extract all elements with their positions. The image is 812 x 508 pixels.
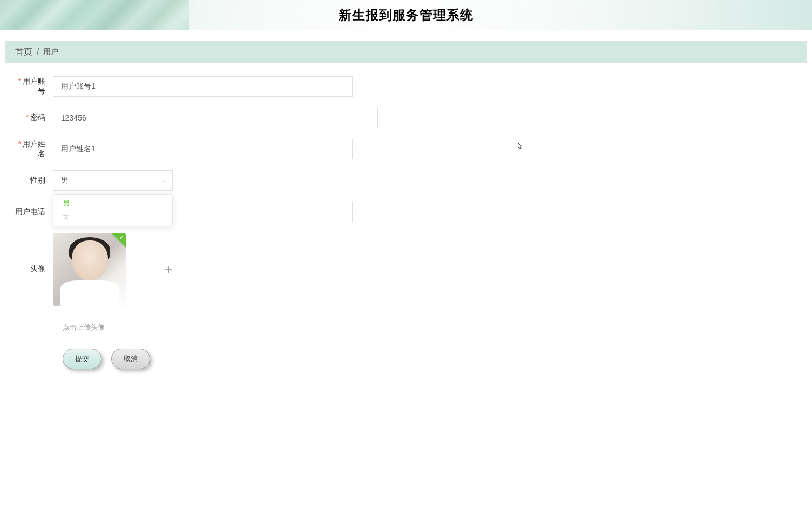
- phone-label: 用户电话: [11, 207, 53, 217]
- required-mark: *: [18, 77, 21, 85]
- breadcrumb: 首页 / 用户: [5, 41, 807, 63]
- account-input[interactable]: [53, 76, 353, 97]
- form-container: *用户账号 *密码 *用户姓名 性别 男: [0, 63, 812, 383]
- header-decoration: [0, 0, 189, 30]
- name-label: *用户姓名: [11, 139, 53, 159]
- required-mark: *: [26, 113, 29, 122]
- gender-dropdown: 男 女: [53, 194, 173, 226]
- gender-option-female[interactable]: 女: [53, 210, 172, 224]
- header: 新生报到服务管理系统: [0, 0, 812, 30]
- gender-select[interactable]: 男: [53, 170, 173, 191]
- avatar-hint: 点击上传头像: [63, 323, 801, 332]
- avatar-label: 头像: [11, 233, 53, 274]
- check-icon: ✓: [119, 234, 124, 241]
- required-mark: *: [18, 139, 21, 148]
- password-label: *密码: [11, 113, 53, 123]
- avatar-add-button[interactable]: +: [132, 233, 205, 306]
- name-input[interactable]: [53, 139, 353, 159]
- password-input[interactable]: [53, 108, 378, 128]
- gender-option-male[interactable]: 男: [53, 197, 172, 210]
- chevron-down-icon: [161, 177, 167, 185]
- account-label: *用户账号: [11, 77, 53, 96]
- gender-label: 性别: [11, 176, 53, 185]
- app-title: 新生报到服务管理系统: [339, 6, 473, 24]
- breadcrumb-home[interactable]: 首页: [15, 46, 32, 58]
- cancel-button[interactable]: 取消: [111, 349, 150, 369]
- breadcrumb-current: 用户: [43, 47, 58, 57]
- gender-value: 男: [61, 176, 69, 185]
- avatar-thumbnail[interactable]: ✓: [53, 233, 126, 306]
- breadcrumb-separator: /: [37, 47, 39, 57]
- plus-icon: +: [165, 262, 172, 277]
- submit-button[interactable]: 提交: [63, 349, 102, 369]
